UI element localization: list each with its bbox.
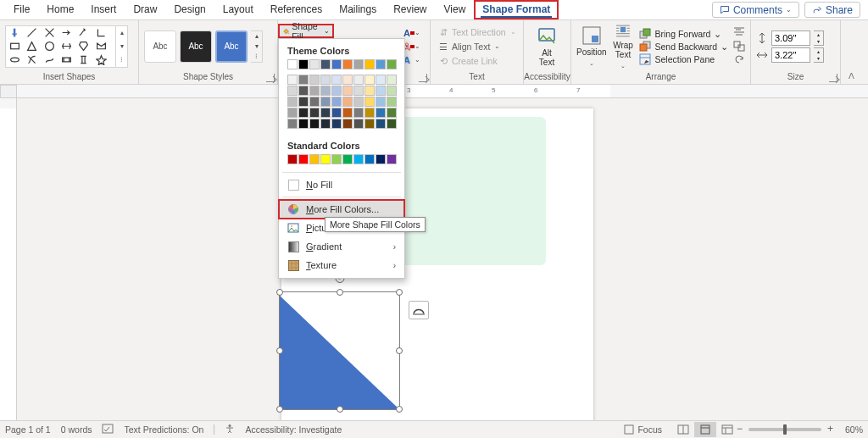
zoom-level[interactable]: 60%: [845, 424, 863, 435]
zoom-slider[interactable]: − +: [748, 428, 821, 431]
color-swatch[interactable]: [364, 154, 375, 164]
more-fill-colors-item[interactable]: More Fill Colors... More Shape Fill Colo…: [279, 200, 404, 219]
color-swatch[interactable]: [387, 86, 397, 96]
color-swatch[interactable]: [309, 59, 320, 69]
resize-handle-se[interactable]: [396, 406, 403, 413]
color-swatch[interactable]: [309, 108, 320, 118]
color-swatch[interactable]: [387, 59, 397, 69]
color-swatch[interactable]: [320, 154, 331, 164]
color-swatch[interactable]: [331, 86, 342, 96]
resize-handle-sw[interactable]: [276, 406, 283, 413]
zoom-out-button[interactable]: −: [737, 423, 743, 435]
selection-pane-button[interactable]: Selection Pane: [639, 53, 728, 65]
color-swatch[interactable]: [298, 86, 309, 96]
tab-references[interactable]: References: [262, 0, 331, 19]
shape-style-scroll[interactable]: ▴▾⁝: [251, 30, 263, 63]
color-swatch[interactable]: [353, 86, 364, 96]
color-swatch[interactable]: [287, 154, 298, 164]
color-swatch[interactable]: [387, 154, 397, 164]
shape-width-input[interactable]: [771, 47, 810, 63]
gradient-fill-item[interactable]: Gradient ›: [279, 237, 404, 256]
vertical-ruler[interactable]: [0, 98, 17, 420]
tab-review[interactable]: Review: [385, 0, 435, 19]
color-swatch[interactable]: [364, 108, 375, 118]
color-swatch[interactable]: [298, 154, 309, 164]
collapse-ribbon-button[interactable]: ᐱ: [841, 20, 861, 84]
resize-handle-e[interactable]: [396, 347, 403, 354]
color-swatch[interactable]: [287, 97, 298, 107]
color-swatch[interactable]: [364, 97, 375, 107]
color-swatch[interactable]: [287, 108, 298, 118]
read-mode-button[interactable]: [672, 422, 694, 437]
color-swatch[interactable]: [342, 119, 353, 129]
color-swatch[interactable]: [353, 154, 364, 164]
text-predictions[interactable]: Text Predictions: On: [124, 424, 203, 435]
height-spinner[interactable]: ▴▾: [814, 30, 824, 46]
color-swatch[interactable]: [320, 108, 331, 118]
spellcheck-icon[interactable]: [102, 424, 114, 435]
text-fill-button[interactable]: A⌄: [402, 27, 422, 39]
page-indicator[interactable]: Page 1 of 1: [5, 424, 51, 435]
tab-draw[interactable]: Draw: [125, 0, 165, 19]
comments-button[interactable]: Comments ⌄: [712, 2, 799, 18]
color-swatch[interactable]: [376, 75, 386, 85]
color-swatch[interactable]: [342, 86, 353, 96]
color-swatch[interactable]: [376, 86, 386, 96]
focus-button[interactable]: Focus: [624, 424, 662, 435]
color-swatch[interactable]: [331, 59, 342, 69]
shape-style-gallery[interactable]: Abc Abc Abc ▴▾⁝: [144, 30, 263, 63]
shape-style-1[interactable]: Abc: [144, 30, 176, 63]
layout-options-button[interactable]: [409, 301, 429, 319]
bring-forward-button[interactable]: Bring Forward⌄: [639, 28, 728, 40]
tab-layout[interactable]: Layout: [214, 0, 262, 19]
color-swatch[interactable]: [287, 86, 298, 96]
group-button[interactable]: [733, 41, 745, 52]
color-swatch[interactable]: [376, 154, 386, 164]
color-swatch[interactable]: [342, 97, 353, 107]
resize-handle-n[interactable]: [337, 289, 343, 296]
tab-view[interactable]: View: [436, 0, 475, 19]
text-direction-button[interactable]: ⇵Text Direction⌄: [436, 25, 518, 39]
tab-file[interactable]: File: [5, 0, 38, 19]
color-swatch[interactable]: [320, 59, 331, 69]
color-swatch[interactable]: [364, 75, 375, 85]
print-layout-button[interactable]: [694, 422, 716, 437]
color-swatch[interactable]: [342, 59, 353, 69]
resize-handle-s[interactable]: [337, 406, 343, 413]
color-swatch[interactable]: [298, 97, 309, 107]
color-swatch[interactable]: [298, 75, 309, 85]
color-swatch[interactable]: [331, 154, 342, 164]
color-swatch[interactable]: [387, 75, 397, 85]
color-swatch[interactable]: [309, 154, 320, 164]
color-swatch[interactable]: [353, 119, 364, 129]
resize-handle-ne[interactable]: [396, 289, 403, 296]
accessibility-status[interactable]: Accessibility: Investigate: [245, 424, 342, 435]
alt-text-button[interactable]: Alt Text: [529, 23, 565, 70]
tab-home[interactable]: Home: [38, 0, 82, 19]
color-swatch[interactable]: [364, 86, 375, 96]
color-swatch[interactable]: [387, 108, 397, 118]
color-swatch[interactable]: [364, 59, 375, 69]
align-text-button[interactable]: ☰Align Text⌄: [436, 40, 518, 53]
resize-handle-w[interactable]: [276, 347, 283, 354]
color-swatch[interactable]: [387, 119, 397, 129]
zoom-in-button[interactable]: +: [827, 423, 833, 435]
color-swatch[interactable]: [376, 119, 386, 129]
color-swatch[interactable]: [287, 75, 298, 85]
tab-shape-format[interactable]: Shape Format: [474, 0, 559, 19]
send-backward-button[interactable]: Send Backward⌄: [639, 41, 728, 53]
color-swatch[interactable]: [364, 119, 375, 129]
color-swatch[interactable]: [287, 119, 298, 129]
color-swatch[interactable]: [331, 75, 342, 85]
color-swatch[interactable]: [376, 59, 386, 69]
color-swatch[interactable]: [331, 108, 342, 118]
wrap-text-button[interactable]: Wrap Text⌄: [612, 23, 635, 70]
create-link-button[interactable]: ⟲Create Link: [436, 54, 518, 68]
shape-styles-launcher[interactable]: [266, 74, 275, 82]
size-launcher[interactable]: [829, 74, 837, 82]
color-swatch[interactable]: [342, 108, 353, 118]
no-fill-item[interactable]: No Fill: [279, 175, 404, 194]
color-swatch[interactable]: [353, 75, 364, 85]
color-swatch[interactable]: [387, 97, 397, 107]
tab-design[interactable]: Design: [165, 0, 214, 19]
